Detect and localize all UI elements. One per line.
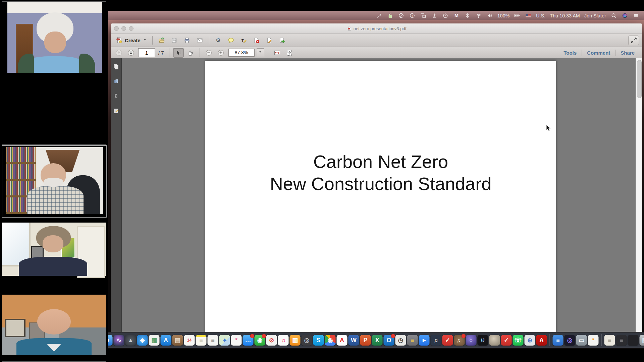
reminders[interactable]: ≡: [208, 335, 218, 346]
zoom[interactable]: ▶: [419, 335, 430, 346]
trash[interactable]: ▤: [640, 335, 644, 346]
participant-video-3[interactable]: [2, 145, 107, 218]
globe-app[interactable]: ⊕: [525, 335, 535, 346]
zoom-button[interactable]: [129, 26, 133, 31]
check-app[interactable]: ✓: [442, 335, 453, 346]
participant-video-4[interactable]: [2, 218, 106, 288]
annotate-button[interactable]: T: [238, 36, 249, 45]
asterisk-app[interactable]: *: [588, 335, 599, 346]
windows-icon[interactable]: [420, 12, 427, 19]
powerpoint[interactable]: P: [360, 335, 371, 346]
page-up-button[interactable]: [113, 48, 124, 58]
menubar-clock[interactable]: Thu 10:33 AM: [550, 13, 580, 18]
fit-width-button[interactable]: [272, 48, 283, 58]
maps[interactable]: ⌖: [219, 335, 230, 346]
volume-icon[interactable]: [486, 12, 493, 19]
participant-video-1[interactable]: [2, 1, 106, 73]
input-flag-icon[interactable]: [525, 12, 532, 19]
page-down-button[interactable]: [125, 48, 136, 58]
photo-frame[interactable]: ▦: [149, 335, 160, 346]
zoom-out-button[interactable]: [204, 48, 214, 58]
wifi-icon[interactable]: [475, 12, 482, 19]
search-icon[interactable]: [610, 12, 617, 19]
calendar[interactable]: 14: [184, 335, 195, 346]
guitar-app[interactable]: ♬: [454, 335, 465, 346]
itunes[interactable]: ♫: [278, 335, 289, 346]
edit-document-button[interactable]: [264, 36, 275, 45]
export-document-button[interactable]: [277, 36, 287, 45]
signature-panel-button[interactable]: [113, 108, 119, 114]
info-icon[interactable]: i: [409, 12, 416, 19]
list-icon[interactable]: [633, 12, 639, 19]
word[interactable]: W: [348, 335, 359, 346]
input-source-label[interactable]: U.S.: [536, 13, 545, 18]
books[interactable]: ▥: [290, 335, 301, 346]
server-app[interactable]: ≡: [407, 335, 418, 346]
comment-bubble-button[interactable]: [226, 36, 236, 45]
check-app-2[interactable]: ✓: [501, 335, 512, 346]
minimized-terminal[interactable]: ≡: [616, 335, 627, 346]
acrobat-reader[interactable]: A: [536, 335, 547, 346]
minimized-window[interactable]: [628, 335, 639, 346]
circle-slash-icon[interactable]: [398, 12, 405, 19]
wheel-app[interactable]: ◎: [302, 335, 312, 346]
launchpad[interactable]: ▲: [125, 335, 136, 346]
history-icon[interactable]: [442, 12, 449, 19]
menubar-user-name[interactable]: Jon Slater: [584, 13, 606, 18]
email-button[interactable]: [195, 36, 205, 45]
siri-icon[interactable]: [622, 12, 628, 19]
save-file-button[interactable]: [169, 36, 180, 45]
app-store[interactable]: A: [161, 335, 171, 346]
acrobat-pro[interactable]: A: [337, 335, 347, 346]
notes[interactable]: ≡: [196, 335, 207, 346]
tab-share[interactable]: Share: [615, 50, 640, 56]
window-app[interactable]: ▭: [576, 335, 587, 346]
amazon-music[interactable]: ♫: [431, 335, 441, 346]
bars-app[interactable]: ≡: [553, 335, 564, 346]
broadcast-icon[interactable]: [431, 12, 438, 19]
sphere-app[interactable]: [489, 335, 500, 346]
finder[interactable]: ☻: [108, 335, 113, 346]
spiral-app[interactable]: ◎: [565, 335, 575, 346]
photos[interactable]: *: [231, 335, 242, 346]
excel[interactable]: X: [372, 335, 383, 346]
close-button[interactable]: [114, 26, 119, 31]
outlook[interactable]: O: [384, 335, 394, 346]
print-button[interactable]: [182, 36, 193, 45]
messages[interactable]: …: [243, 335, 254, 346]
participant-video-2[interactable]: [2, 74, 106, 145]
siri[interactable]: ∿: [114, 335, 124, 346]
participant-video-5[interactable]: [2, 289, 106, 362]
clock-app[interactable]: ◷: [395, 335, 406, 346]
contacts[interactable]: ▤: [172, 335, 183, 346]
eclipse[interactable]: ○: [466, 335, 477, 346]
fullscreen-button[interactable]: [628, 36, 639, 45]
gmail-icon[interactable]: M: [453, 12, 460, 19]
fit-page-button[interactable]: [284, 48, 295, 58]
wand-icon[interactable]: [376, 12, 382, 19]
bluetooth-icon[interactable]: [464, 12, 471, 19]
create-button[interactable]: Create: [114, 37, 149, 44]
attachments-panel-button[interactable]: [113, 93, 119, 100]
lock-icon[interactable]: [387, 12, 393, 19]
zoom-level-box[interactable]: 87.8%: [228, 49, 255, 57]
gear-button[interactable]: ⚙: [213, 36, 224, 45]
zoom-in-button[interactable]: [216, 48, 226, 58]
minimize-button[interactable]: [121, 26, 126, 31]
skype[interactable]: S: [313, 335, 324, 346]
scrollbar-thumb[interactable]: [637, 60, 642, 98]
facetime[interactable]: ◉: [255, 335, 265, 346]
battery-percent-label[interactable]: 100%: [497, 13, 510, 18]
bookmarks-panel-button[interactable]: [113, 78, 119, 85]
tab-comment[interactable]: Comment: [582, 50, 615, 56]
open-file-button[interactable]: [156, 36, 167, 45]
delete-pages-button[interactable]: [251, 36, 262, 45]
vertical-scrollbar[interactable]: [636, 58, 642, 332]
page-thumbnails-panel-button[interactable]: [113, 63, 119, 70]
chrome[interactable]: ◉: [325, 335, 336, 346]
select-tool-button[interactable]: [173, 48, 184, 58]
tab-tools[interactable]: Tools: [558, 50, 582, 56]
whatsapp[interactable]: ☏: [513, 335, 524, 346]
minimized-doc[interactable]: ≡: [604, 335, 615, 346]
blocked-app[interactable]: ⊘: [266, 335, 277, 346]
